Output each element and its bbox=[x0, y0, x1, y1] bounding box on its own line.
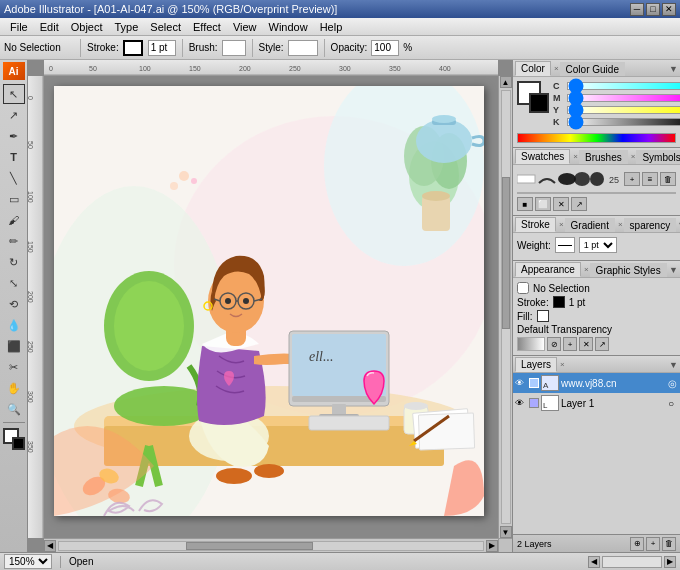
transparency-btn1[interactable]: ⊘ bbox=[547, 337, 561, 351]
color-stroke-box[interactable] bbox=[529, 93, 549, 113]
status-right-controls: ◀ ▶ bbox=[588, 556, 676, 568]
menu-effect[interactable]: Effect bbox=[187, 20, 227, 34]
stroke-input[interactable] bbox=[148, 40, 176, 56]
layers-make-comp[interactable]: ⊕ bbox=[630, 537, 644, 551]
tool-line[interactable]: ╲ bbox=[3, 168, 25, 188]
tab-gradient[interactable]: Gradient bbox=[565, 218, 615, 232]
swatch-btn3[interactable]: ✕ bbox=[553, 197, 569, 211]
stroke-weight-select[interactable]: 1 pt 2 pt 3 pt bbox=[579, 237, 617, 253]
tab-layers[interactable]: Layers bbox=[515, 357, 557, 372]
layer-2-eye[interactable]: 👁 bbox=[515, 398, 527, 408]
fill-stroke-boxes[interactable] bbox=[3, 428, 25, 450]
maximize-button[interactable]: □ bbox=[646, 3, 660, 16]
layer-1-target[interactable]: ◎ bbox=[668, 378, 678, 389]
slider-m[interactable] bbox=[567, 94, 680, 102]
tab-brushes[interactable]: Brushes bbox=[579, 150, 628, 164]
tab-swatches[interactable]: Swatches bbox=[515, 149, 570, 164]
swatches-close[interactable]: × bbox=[573, 152, 578, 161]
brushes-close[interactable]: × bbox=[631, 152, 636, 161]
swatch-btn4[interactable]: ↗ bbox=[571, 197, 587, 211]
transparency-btn4[interactable]: ↗ bbox=[595, 337, 609, 351]
appearance-fill-swatch[interactable] bbox=[537, 310, 549, 322]
color-spectrum[interactable] bbox=[517, 133, 676, 143]
brush-input[interactable] bbox=[222, 40, 246, 56]
color-close[interactable]: × bbox=[554, 64, 559, 73]
scrollbar-vertical[interactable]: ▲ ▼ bbox=[498, 76, 512, 538]
tool-hand[interactable]: ✋ bbox=[3, 378, 25, 398]
opacity-input[interactable] bbox=[371, 40, 399, 56]
menu-view[interactable]: View bbox=[227, 20, 263, 34]
stroke-color-box[interactable] bbox=[123, 40, 143, 56]
menu-object[interactable]: Object bbox=[65, 20, 109, 34]
layers-close[interactable]: × bbox=[560, 360, 565, 369]
menu-type[interactable]: Type bbox=[109, 20, 145, 34]
color-fill-stroke[interactable] bbox=[517, 81, 549, 113]
tool-direct-selection[interactable]: ↗ bbox=[3, 105, 25, 125]
tool-blend[interactable]: ⟲ bbox=[3, 294, 25, 314]
layers-delete[interactable]: 🗑 bbox=[662, 537, 676, 551]
scroll-up-btn[interactable]: ▲ bbox=[500, 76, 512, 88]
color-panel-menu[interactable]: ▼ bbox=[669, 64, 678, 74]
zoom-select[interactable]: 150% 100% 75% 50% bbox=[4, 554, 52, 569]
tool-scale[interactable]: ⤡ bbox=[3, 273, 25, 293]
layer-1-eye[interactable]: 👁 bbox=[515, 378, 527, 388]
layers-new[interactable]: + bbox=[646, 537, 660, 551]
appearance-stroke-swatch[interactable] bbox=[553, 296, 565, 308]
menu-file[interactable]: File bbox=[4, 20, 34, 34]
tool-eyedropper[interactable]: 💧 bbox=[3, 315, 25, 335]
canvas-area[interactable]: 0 50 100 150 200 250 300 350 400 0 50 10… bbox=[28, 60, 512, 552]
tab-stroke[interactable]: Stroke bbox=[515, 217, 556, 232]
scroll-left-btn[interactable]: ◀ bbox=[44, 540, 56, 552]
stroke-box[interactable] bbox=[12, 437, 25, 450]
minimize-button[interactable]: ─ bbox=[630, 3, 644, 16]
menu-window[interactable]: Window bbox=[263, 20, 314, 34]
status-btn-left[interactable]: ◀ bbox=[588, 556, 600, 568]
swatch-new[interactable]: + bbox=[624, 172, 640, 186]
scroll-right-btn[interactable]: ▶ bbox=[486, 540, 498, 552]
layers-menu[interactable]: ▼ bbox=[669, 360, 678, 370]
layer-row-2[interactable]: 👁 L Layer 1 ○ bbox=[513, 393, 680, 413]
tool-pen[interactable]: ✒ bbox=[3, 126, 25, 146]
tool-rotate[interactable]: ↻ bbox=[3, 252, 25, 272]
slider-k[interactable] bbox=[567, 118, 680, 126]
appearance-close[interactable]: × bbox=[584, 265, 589, 274]
swatch-menu[interactable]: ≡ bbox=[642, 172, 658, 186]
menu-help[interactable]: Help bbox=[314, 20, 349, 34]
scroll-thumb-v[interactable] bbox=[502, 177, 510, 328]
tab-appearance[interactable]: Appearance bbox=[515, 262, 581, 277]
tool-pencil[interactable]: ✏ bbox=[3, 231, 25, 251]
slider-y[interactable] bbox=[567, 106, 680, 114]
tool-rectangle[interactable]: ▭ bbox=[3, 189, 25, 209]
swatch-btn2[interactable]: ⬜ bbox=[535, 197, 551, 211]
tab-graphic-styles[interactable]: Graphic Styles bbox=[590, 263, 667, 277]
scrollbar-horizontal[interactable]: ◀ ▶ bbox=[44, 538, 498, 552]
menu-edit[interactable]: Edit bbox=[34, 20, 65, 34]
tool-type[interactable]: T bbox=[3, 147, 25, 167]
tool-selection[interactable]: ↖ bbox=[3, 84, 25, 104]
scrollbar-thumb[interactable] bbox=[186, 542, 313, 550]
gradient-close[interactable]: × bbox=[618, 220, 623, 229]
stroke-close[interactable]: × bbox=[559, 220, 564, 229]
transparency-btn3[interactable]: ✕ bbox=[579, 337, 593, 351]
layer-row-1[interactable]: 👁 A www.vj88.cn ◎ bbox=[513, 373, 680, 393]
menu-select[interactable]: Select bbox=[144, 20, 187, 34]
scroll-down-btn[interactable]: ▼ bbox=[500, 526, 512, 538]
tab-transparency[interactable]: sparency bbox=[624, 218, 677, 232]
swatch-delete[interactable]: 🗑 bbox=[660, 172, 676, 186]
close-button[interactable]: ✕ bbox=[662, 3, 676, 16]
tab-symbols[interactable]: Symbols bbox=[636, 150, 680, 164]
tool-gradient[interactable]: ⬛ bbox=[3, 336, 25, 356]
tool-zoom[interactable]: 🔍 bbox=[3, 399, 25, 419]
appearance-menu[interactable]: ▼ bbox=[669, 265, 678, 275]
tool-paintbrush[interactable]: 🖌 bbox=[3, 210, 25, 230]
tool-scissors[interactable]: ✂ bbox=[3, 357, 25, 377]
status-btn-right[interactable]: ▶ bbox=[664, 556, 676, 568]
transparency-btn2[interactable]: + bbox=[563, 337, 577, 351]
tab-color-guide[interactable]: Color Guide bbox=[560, 62, 625, 76]
layer-2-target[interactable]: ○ bbox=[668, 398, 678, 409]
style-input[interactable] bbox=[288, 40, 318, 56]
appearance-checkbox[interactable] bbox=[517, 282, 529, 294]
tab-color[interactable]: Color bbox=[515, 61, 551, 76]
swatch-btn1[interactable]: ■ bbox=[517, 197, 533, 211]
slider-c[interactable] bbox=[567, 82, 680, 90]
